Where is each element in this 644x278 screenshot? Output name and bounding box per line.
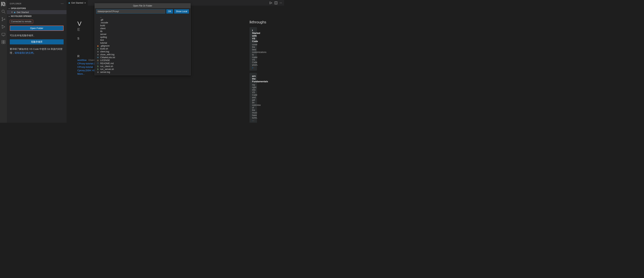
palette-item[interactable]: spdlog [96,36,189,38]
run-icon[interactable] [270,2,272,4]
walkthrough-card[interactable]: t Started with VS Codecover the best cus… [250,27,257,71]
palette-item[interactable]: .vscode [96,21,189,24]
file-type-icon: M [96,56,99,58]
palette-item[interactable]: ◆.gitignore [96,44,189,47]
palette-item[interactable]: build [96,24,189,27]
palette-item[interactable]: .. [96,16,189,18]
recent-link[interactable]: CProxy-tutorial [77,66,93,68]
svg-marker-15 [270,2,272,4]
svg-rect-9 [2,33,5,35]
walkthroughs-heading: lkthroughs [250,20,257,24]
palette-item[interactable]: client [96,27,189,30]
sidebar-more-icon[interactable]: ⋯ [61,2,64,5]
palette-item[interactable]: $run_server.sh [96,68,189,71]
palette-item[interactable]: lib [96,30,189,33]
palette-title: Open File Or Folder [95,4,190,8]
source-control-icon[interactable] [1,17,6,22]
svg-rect-13 [2,42,3,44]
walkthrough-card[interactable]: arn the Fundamentalsmp right into VS Cod… [250,73,257,123]
palette-item[interactable]: .git [96,18,189,21]
svg-point-8 [2,25,2,26]
file-type-icon: ≣ [96,71,99,74]
svg-point-4 [2,18,3,18]
palette-item[interactable]: test [96,38,189,42]
no-folder-header[interactable]: ⌄ NO FOLDER OPENED [7,14,66,18]
open-folder-button[interactable]: Open Folder [10,26,64,31]
palette-item[interactable]: ⓘREADME.md [96,62,189,65]
ok-button[interactable]: OK [166,9,173,14]
file-type-icon: $ [96,48,99,50]
vscode-file-icon: ◆ [68,2,70,4]
tab-get-started[interactable]: ◆ Get Started × [66,0,88,6]
more-link[interactable]: More... [77,72,84,75]
svg-line-3 [4,12,5,14]
open-editors-header[interactable]: ⌄ OPEN EDITORS [7,6,66,10]
explorer-icon[interactable] [1,2,6,6]
chevron-down-icon: ⌄ [8,15,10,17]
palette-item[interactable]: ≣server.log [96,71,189,74]
file-type-icon: ≣ [96,50,99,53]
close-icon[interactable]: × [11,11,13,14]
palette-item[interactable]: $build.sh [96,47,189,50]
open-editor-item[interactable]: × ◆ Get Started [7,10,66,14]
more-icon[interactable]: ⋯ [280,2,282,4]
sidebar: EXPLORER ⋯ ⌄ OPEN EDITORS × ◆ Get Starte… [7,0,66,123]
file-type-icon: ≣ [96,54,99,56]
path-input[interactable] [96,9,165,14]
recent-link[interactable]: workflow [77,59,86,62]
file-type-icon: ⚖ [96,59,99,62]
palette-item[interactable]: $run_client.sh [96,65,189,68]
svg-point-6 [4,19,5,20]
debug-icon[interactable] [1,25,6,29]
palette-item[interactable]: server [96,33,189,36]
svg-rect-12 [4,40,5,42]
search-icon[interactable] [1,10,6,14]
clone-repo-button[interactable]: 克隆存储库 [10,39,64,44]
palette-item[interactable]: MCMakeLists.txt [96,56,189,59]
git-docs-link[interactable]: 请阅读我们的文档 [14,52,33,54]
remote-status-badge: Connected to remote. [10,20,33,24]
show-local-button[interactable]: Show Local [174,9,189,14]
svg-point-5 [2,20,3,21]
walkthroughs-panel: lkthroughs t Started with VS Codecover t… [250,20,257,123]
chevron-down-icon: ⌄ [8,7,10,10]
clone-text: 可以在本地克隆存储库。 [10,34,64,38]
palette-item[interactable]: ≣close_with.log [96,53,189,56]
palette-item[interactable]: tutorial [96,42,189,44]
sidebar-title: EXPLORER [10,2,22,5]
svg-rect-14 [4,42,5,44]
svg-rect-11 [2,40,3,42]
file-type-icon: $ [96,65,99,68]
svg-point-2 [2,10,4,12]
open-file-palette: Open File Or Folder OK Show Local ...git… [94,3,191,75]
vscode-file-icon: ◆ [14,11,16,14]
svg-marker-7 [2,25,5,28]
remote-icon[interactable] [1,32,6,36]
svg-rect-0 [2,2,4,5]
close-icon[interactable]: × [84,2,86,4]
file-type-icon: ⓘ [96,62,99,65]
activity-bar [0,0,7,123]
file-type-icon: $ [96,68,99,70]
git-help-text: 要详细了解如何在 VS Code 中使用 Git 和源代码管理，请阅读我们的文档… [10,47,64,55]
svg-rect-1 [3,3,5,6]
palette-item[interactable]: ⚖LICENSE [96,59,189,62]
file-type-icon: ◆ [96,45,99,47]
extensions-icon[interactable] [1,40,6,44]
palette-item[interactable]: ≣client.log [96,50,189,53]
split-editor-icon[interactable] [274,2,278,4]
